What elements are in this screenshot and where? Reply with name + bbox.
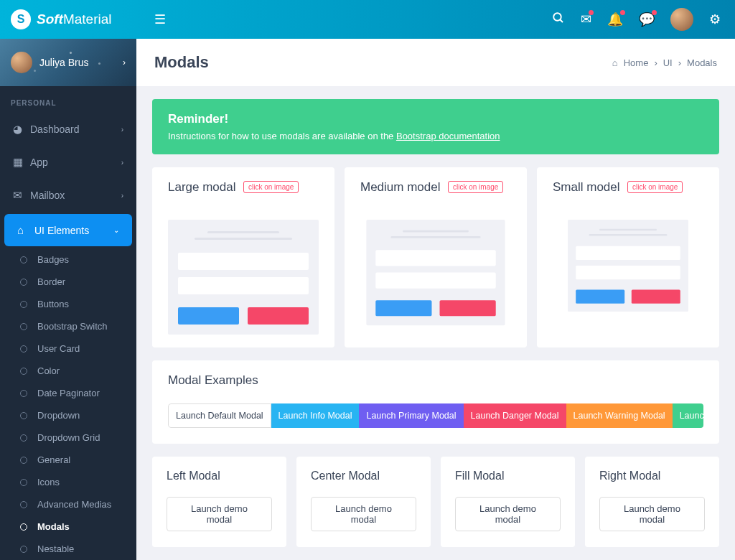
btn-launch-info[interactable]: Launch Info Modal (271, 403, 360, 428)
laptop-icon: ⌂ (17, 224, 34, 236)
home-icon: ⌂ (612, 57, 618, 68)
example-button-group: Launch Default Modal Launch Info Modal L… (168, 403, 703, 428)
breadcrumb-home[interactable]: Home (624, 57, 649, 68)
grid-icon: ▦ (13, 156, 30, 169)
envelope-icon: ✉ (13, 189, 30, 202)
gear-icon[interactable]: ⚙ (709, 11, 721, 27)
sidebar: Juliya Brus › PERSONAL ◕ Dashboard › ▦ A… (0, 39, 136, 560)
modal-thumb-large[interactable] (168, 220, 319, 335)
card-title-small: Small model (553, 180, 620, 194)
breadcrumb-modals: Modals (687, 57, 717, 68)
alert-title: Reminder! (168, 112, 703, 126)
sidebar-sub-date-paginator[interactable]: Date Paginator (0, 382, 136, 404)
click-badge[interactable]: click on image (627, 181, 683, 193)
sidebar-sub-advanced-medias[interactable]: Advanced Medias (0, 493, 136, 515)
btn-demo-fill[interactable]: Launch demo modal (455, 497, 561, 531)
sidebar-sub-modals[interactable]: Modals (0, 515, 136, 538)
user-profile[interactable]: Juliya Brus › (0, 39, 136, 86)
svg-line-1 (560, 19, 563, 22)
btn-launch-primary[interactable]: Launch Primary Modal (359, 403, 463, 428)
sidebar-sub-general[interactable]: General (0, 449, 136, 471)
svg-point-0 (553, 13, 561, 21)
card-right-modal: Right Modal Launch demo modal (585, 457, 719, 547)
card-title-large: Large modal (168, 180, 236, 194)
dashboard-icon: ◕ (13, 123, 30, 136)
card-title-right: Right Modal (599, 470, 705, 482)
sidebar-sub-border[interactable]: Border (0, 271, 136, 293)
page-header: Modals ⌂ Home › UI › Modals (136, 39, 735, 86)
btn-launch-default[interactable]: Launch Default Modal (168, 403, 271, 428)
btn-launch-warning[interactable]: Launch Warning Modal (566, 403, 673, 428)
bell-icon[interactable]: 🔔 (607, 11, 623, 27)
alert-text: Instructions for how to use modals are a… (168, 131, 703, 141)
sidebar-sub-user-card[interactable]: User Card (0, 337, 136, 360)
top-header: S SoftMaterial ☰ ✉ 🔔 💬 ⚙ (0, 0, 735, 39)
card-title-fill: Fill Modal (455, 470, 561, 482)
btn-launch-danger[interactable]: Launch Danger Modal (464, 403, 566, 428)
card-medium-modal: Medium model click on image (345, 167, 527, 347)
sidebar-item-mailbox[interactable]: ✉ Mailbox › (0, 179, 136, 212)
card-fill-modal: Fill Modal Launch demo modal (441, 457, 575, 547)
sidebar-sub-icons[interactable]: Icons (0, 471, 136, 493)
card-title-medium: Medium model (360, 180, 441, 194)
sidebar-item-dashboard[interactable]: ◕ Dashboard › (0, 113, 136, 146)
search-icon[interactable] (552, 11, 565, 28)
sidebar-item-ui-elements[interactable]: ⌂ UI Elements ⌄ (4, 214, 132, 246)
logo-text: SoftMaterial (37, 11, 112, 27)
card-left-modal: Left Modal Launch demo modal (152, 457, 286, 547)
profile-avatar (11, 52, 32, 73)
card-modal-examples: Modal Examples Launch Default Modal Laun… (152, 360, 719, 444)
sidebar-sub-color[interactable]: Color (0, 360, 136, 382)
breadcrumb-ui[interactable]: UI (663, 57, 673, 68)
modal-thumb-small[interactable] (568, 220, 688, 312)
modal-thumb-medium[interactable] (366, 220, 505, 325)
page-title: Modals (154, 53, 209, 72)
sidebar-section-personal: PERSONAL (0, 86, 136, 113)
sidebar-sub-bootstrap-switch[interactable]: Bootstrap Switch (0, 315, 136, 337)
sidebar-sub-dropdown[interactable]: Dropdown (0, 404, 136, 426)
chevron-down-icon: ⌄ (113, 226, 119, 234)
examples-title: Modal Examples (168, 373, 703, 388)
click-badge[interactable]: click on image (448, 181, 503, 193)
chevron-right-icon: › (121, 159, 123, 167)
card-large-modal: Large modal click on image (152, 167, 334, 347)
main-content: Modals ⌂ Home › UI › Modals Reminder! In… (136, 39, 735, 560)
chevron-right-icon: › (121, 126, 123, 134)
profile-name: Juliya Brus (39, 57, 116, 68)
card-small-modal: Small model click on image (537, 167, 719, 347)
sidebar-sub-nestable[interactable]: Nestable (0, 538, 136, 560)
btn-demo-right[interactable]: Launch demo modal (599, 497, 705, 531)
alert-doc-link[interactable]: Bootstrap documentation (396, 131, 500, 141)
sidebar-sub-badges[interactable]: Badges (0, 248, 136, 271)
chat-icon[interactable]: 💬 (639, 11, 655, 27)
mail-icon[interactable]: ✉ (581, 11, 591, 27)
menu-toggle-icon[interactable]: ☰ (154, 11, 166, 27)
sidebar-sub-buttons[interactable]: Buttons (0, 293, 136, 315)
btn-launch-success[interactable]: Launch Success Modal (673, 403, 703, 428)
card-title-center: Center Modal (311, 470, 416, 482)
chevron-right-icon: › (121, 192, 123, 200)
sidebar-sub-dropdown-grid[interactable]: Dropdown Grid (0, 426, 136, 449)
click-badge[interactable]: click on image (243, 181, 299, 193)
btn-demo-center[interactable]: Launch demo modal (311, 497, 416, 531)
breadcrumb: ⌂ Home › UI › Modals (612, 57, 717, 68)
logo-icon: S (11, 9, 31, 29)
alert-reminder: Reminder! Instructions for how to use mo… (152, 99, 719, 154)
chevron-right-icon: › (123, 57, 126, 67)
btn-demo-left[interactable]: Launch demo modal (167, 497, 272, 531)
card-center-modal: Center Modal Launch demo modal (296, 457, 431, 547)
sidebar-item-app[interactable]: ▦ App › (0, 146, 136, 179)
user-avatar[interactable] (670, 8, 693, 31)
card-title-left: Left Modal (167, 470, 272, 482)
logo-area[interactable]: S SoftMaterial (0, 9, 136, 29)
